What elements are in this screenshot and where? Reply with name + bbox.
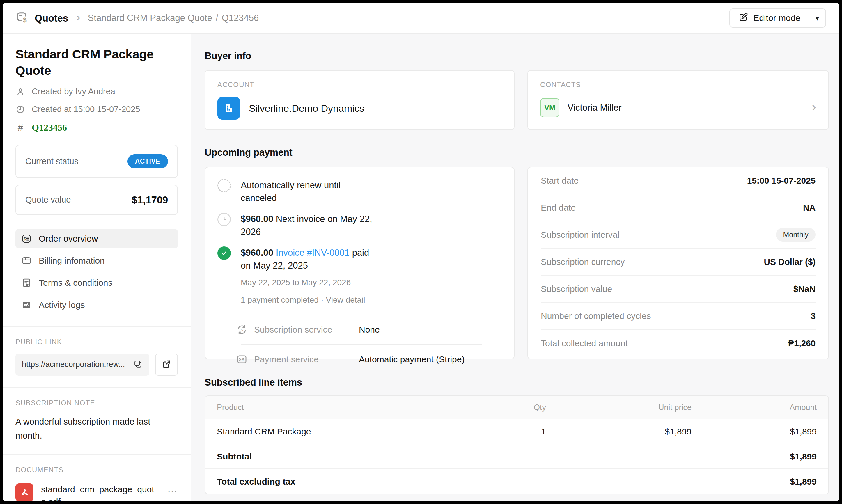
cell-qty: 1 [473, 427, 546, 436]
detail-row-subscription-currency: Subscription currency US Dollar ($) [541, 249, 816, 275]
created-by-text: Created by Ivy Andrea [32, 87, 115, 96]
created-at-text: Created at 15:00 15-07-2025 [32, 105, 140, 114]
paid-invoice-amount: $960.00 [241, 248, 273, 258]
subscription-details-card: Start date 15:00 15-07-2025 End date NA … [527, 167, 829, 359]
public-link-field[interactable]: https://acmecorporation.rew... [15, 354, 149, 376]
terms-document-icon [21, 277, 32, 288]
subscription-service-label: Subscription service [254, 325, 359, 335]
created-by-row: Created by Ivy Andrea [15, 87, 178, 96]
sidebar-item-billing-information[interactable]: Billing infomation [15, 251, 178, 270]
chevron-right-icon: › [812, 100, 816, 115]
detail-label: Total collected amount [541, 338, 628, 348]
clock-icon [15, 105, 25, 114]
account-card: ACCOUNT Silverline.Demo Dynamics [204, 70, 515, 130]
sidebar: Standard CRM Package Quote Created by Iv… [3, 34, 191, 501]
cell-amount: $1,899 [692, 427, 817, 436]
activity-pulse-icon [21, 300, 32, 310]
document-more-menu[interactable]: ⋯ [167, 483, 178, 496]
documents-label: DOCUMENTS [15, 466, 178, 474]
contacts-label: CONTACTS [540, 80, 816, 89]
contact-avatar: VM [540, 98, 559, 117]
open-public-link-button[interactable] [155, 354, 178, 376]
caret-down-icon: ▾ [815, 14, 819, 23]
order-overview-icon: $ [21, 233, 32, 244]
svg-text:$: $ [23, 16, 27, 23]
subtotal-label: Subtotal [217, 452, 252, 462]
detail-label: End date [541, 203, 576, 213]
sidebar-item-order-overview[interactable]: $ Order overview [15, 229, 178, 248]
sidebar-item-terms-conditions[interactable]: Terms & conditions [15, 273, 178, 292]
sidebar-item-label: Order overview [39, 234, 98, 244]
subscription-service-value: None [359, 325, 380, 335]
person-icon [15, 87, 25, 96]
detail-row-subscription-interval: Subscription interval Monthly [541, 221, 816, 249]
chevron-right-icon: › [76, 11, 80, 24]
cell-product: Standard CRM Package [217, 427, 473, 436]
editor-mode-split-button: Editor mode ▾ [729, 8, 826, 28]
detail-row-end-date: End date NA [541, 194, 816, 221]
sidebar-divider [3, 454, 191, 455]
account-building-icon [217, 97, 240, 120]
sidebar-divider [3, 387, 191, 388]
quote-value-card: Quote value $1,1709 [15, 185, 178, 215]
subscription-service-row: $ Subscription service None [217, 315, 502, 344]
invoice-link[interactable]: Invoice #INV-0001 [276, 248, 350, 258]
public-link-label: PUBLIC LINK [15, 338, 178, 346]
buyer-info-heading: Buyer info [204, 50, 829, 61]
account-name[interactable]: Silverline.Demo Dynamics [249, 103, 364, 114]
subscription-service-icon: $ [236, 324, 248, 336]
timeline-item-renew: Automatically renew until canceled [217, 179, 502, 204]
contacts-card[interactable]: CONTACTS VM Victoria Miller › [527, 70, 829, 130]
timeline-item-paid-invoice: $960.00 Invoice #INV-0001 paid on May 22… [217, 247, 502, 306]
line-items-heading: Subscribed line items [204, 377, 829, 388]
document-filename[interactable]: standard_crm_package_quote.pdf [41, 483, 160, 501]
quote-value-label: Quote value [25, 195, 71, 204]
breadcrumb-separator: / [216, 13, 218, 23]
detail-label: Start date [541, 176, 579, 186]
document-item[interactable]: standard_crm_package_quote.pdf ⋯ [15, 483, 178, 501]
column-product: Product [217, 403, 473, 412]
created-at-row: Created at 15:00 15-07-2025 [15, 105, 178, 114]
screenshot-frame: $ Quotes › Standard CRM Package Quote / … [0, 0, 842, 504]
editor-mode-button[interactable]: Editor mode [730, 9, 808, 27]
subscription-note-label: SUBSCRIPTION NOTE [15, 399, 178, 407]
app-window: $ Quotes › Standard CRM Package Quote / … [3, 3, 839, 501]
breadcrumb-page[interactable]: Standard CRM Package Quote [88, 13, 212, 23]
copy-icon[interactable] [133, 359, 143, 370]
timeline-renew-text: Automatically renew until canceled [241, 179, 375, 204]
detail-label: Number of completed cycles [541, 311, 651, 321]
edit-pencil-icon [738, 12, 749, 24]
main-content: Buyer info ACCOUNT [191, 34, 839, 501]
breadcrumb-quote-id: Q123456 [222, 13, 259, 23]
svg-text:$: $ [241, 327, 243, 332]
table-row: Standard CRM Package 1 $1,899 $1,899 [205, 419, 828, 444]
pending-clock-icon [217, 213, 231, 226]
current-status-label: Current status [25, 157, 78, 166]
detail-value: 15:00 15-07-2025 [747, 176, 816, 186]
subtotal-value: $1,899 [790, 452, 817, 462]
detail-value: 3 [811, 311, 816, 321]
sidebar-divider [3, 326, 191, 327]
detail-row-completed-cycles: Number of completed cycles 3 [541, 303, 816, 330]
upcoming-payment-heading: Upcoming payment [204, 147, 829, 158]
breadcrumb-section[interactable]: Quotes [35, 13, 68, 24]
payment-summary[interactable]: 1 payment completed · View detail [241, 294, 375, 306]
total-excluding-tax-row: Total excluding tax $1,899 [205, 469, 828, 494]
detail-row-total-collected: Total collected amount ₱1,260 [541, 330, 816, 357]
external-link-icon [161, 359, 172, 371]
future-event-icon [217, 179, 231, 192]
total-value: $1,899 [790, 476, 817, 487]
payment-service-row: $ Payment service Automatic payment (Str… [217, 345, 502, 374]
editor-mode-dropdown[interactable]: ▾ [808, 9, 825, 27]
total-label: Total excluding tax [217, 476, 295, 487]
line-items-table: Product Qty Unit price Amount Standard C… [204, 395, 829, 494]
current-status-card: Current status ACTIVE [15, 145, 178, 178]
quote-value-amount: $1,1709 [132, 194, 168, 206]
sidebar-item-label: Terms & conditions [39, 278, 112, 288]
contact-name[interactable]: Victoria Miller [568, 103, 621, 113]
subscription-note-text: A wonderful subscription made last month… [15, 415, 178, 443]
table-header-row: Product Qty Unit price Amount [205, 396, 828, 419]
sidebar-item-activity-logs[interactable]: Activity logs [15, 295, 178, 314]
column-qty: Qty [473, 403, 546, 412]
detail-row-subscription-value: Subscription value $NaN [541, 275, 816, 303]
